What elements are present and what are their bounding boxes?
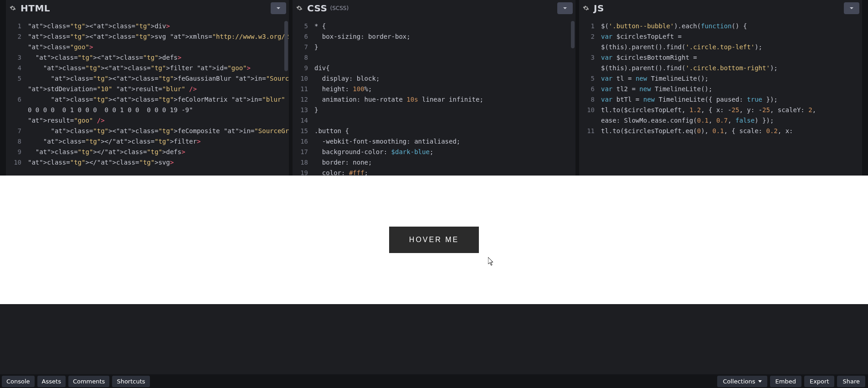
dropdown-triangle-icon [758, 380, 762, 383]
js-pane: JS 1235681011 $('.button--bubble').each(… [579, 0, 862, 176]
html-editor[interactable]: 12345678910 "at">class="tg"><"at">class=… [6, 16, 289, 176]
share-button[interactable]: Share [837, 376, 865, 387]
js-pane-title: JS [594, 3, 604, 14]
scrollbar[interactable] [284, 21, 288, 71]
footer-bar: Console Assets Comments Shortcuts Collec… [0, 374, 868, 388]
hover-me-button[interactable]: HOVER ME [389, 227, 479, 253]
html-gutter: 12345678910 [6, 16, 26, 176]
css-pane-header: CSS (SCSS) [293, 0, 575, 16]
gear-icon[interactable] [296, 5, 303, 11]
console-button[interactable]: Console [2, 376, 35, 387]
gear-icon[interactable] [583, 5, 589, 11]
chevron-down-icon [276, 6, 281, 10]
html-pane-title: HTML [21, 3, 50, 14]
scrollbar[interactable] [571, 21, 575, 48]
css-source[interactable]: * { box-sizing: border-box;}div{ display… [313, 16, 575, 176]
css-pane-subtitle: (SCSS) [330, 5, 349, 11]
gear-icon[interactable] [10, 5, 16, 11]
css-pane: CSS (SCSS) 5678910111213141516171819 * {… [293, 0, 575, 176]
editor-row: HTML 12345678910 "at">class="tg"><"at">c… [0, 0, 868, 176]
js-pane-dropdown[interactable] [844, 2, 859, 14]
shortcuts-button[interactable]: Shortcuts [112, 376, 149, 387]
js-pane-header: JS [579, 0, 862, 16]
html-source[interactable]: "at">class="tg"><"at">class="tg">div>"at… [26, 16, 289, 176]
html-pane: HTML 12345678910 "at">class="tg"><"at">c… [6, 0, 289, 176]
css-editor[interactable]: 5678910111213141516171819 * { box-sizing… [293, 16, 575, 176]
assets-button[interactable]: Assets [37, 376, 66, 387]
css-gutter: 5678910111213141516171819 [293, 16, 313, 176]
css-pane-title: CSS [307, 3, 327, 14]
html-pane-header: HTML [6, 0, 289, 16]
js-gutter: 1235681011 [579, 16, 599, 176]
chevron-down-icon [849, 6, 854, 10]
js-editor[interactable]: 1235681011 $('.button--bubble').each(fun… [579, 16, 862, 176]
embed-button[interactable]: Embed [770, 376, 801, 387]
html-pane-dropdown[interactable] [271, 2, 286, 14]
preview-pane: HOVER ME [0, 176, 868, 304]
chevron-down-icon [563, 6, 567, 10]
css-pane-dropdown[interactable] [557, 2, 573, 14]
js-source[interactable]: $('.button--bubble').each(function() {va… [599, 16, 862, 176]
collections-dropdown[interactable]: Collections [717, 376, 767, 387]
comments-button[interactable]: Comments [68, 376, 109, 387]
export-button[interactable]: Export [804, 376, 835, 387]
